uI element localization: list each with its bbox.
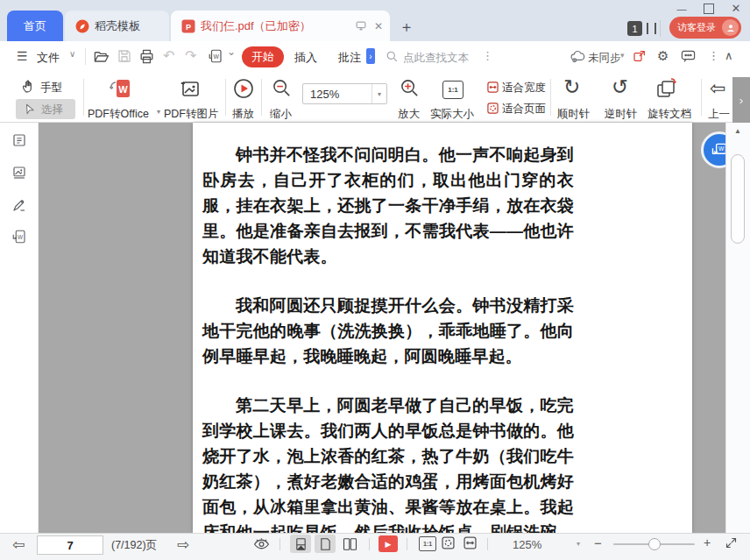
ribbon-overflow-strip[interactable]: ›	[732, 77, 750, 123]
send-to-device-icon[interactable]	[355, 20, 367, 32]
share-icon[interactable]	[633, 49, 647, 63]
zoom-combobox-caret[interactable]: ▾	[371, 84, 386, 103]
menu-comment[interactable]: 批注	[338, 50, 361, 66]
sign-panel-icon[interactable]	[11, 197, 27, 213]
actual-size-icon[interactable]: 1:1	[442, 81, 463, 99]
previous-view-icon[interactable]: ⇦	[710, 77, 725, 100]
zoom-plus-icon[interactable]: +	[704, 535, 711, 549]
close-icon: ✕	[732, 2, 741, 15]
more-tabs-indicator[interactable]: ›	[366, 48, 375, 64]
ribbon-separator	[225, 79, 226, 116]
zoom-out-icon[interactable]	[272, 78, 292, 98]
tab-splitter-icon[interactable]	[647, 23, 656, 34]
view-mode-single-page-button[interactable]	[315, 535, 336, 553]
fit-page-button[interactable]	[442, 536, 455, 549]
fit-width-icon[interactable]	[487, 82, 499, 93]
pdf-to-image-label[interactable]: PDF转图片	[164, 107, 219, 122]
cloud-sync-icon[interactable]	[570, 49, 585, 63]
save-icon[interactable]	[117, 48, 132, 64]
eye-protection-icon[interactable]	[253, 537, 270, 551]
new-tab-button[interactable]: ＋	[396, 16, 417, 37]
hand-tool-icon[interactable]	[21, 79, 36, 94]
pdf-to-office-caret-icon[interactable]: ▾	[157, 108, 160, 116]
docer-logo-icon	[75, 19, 89, 33]
view-mode-double-page-button[interactable]	[339, 535, 360, 553]
page-number-input[interactable]	[37, 535, 103, 555]
rotate-clockwise-label[interactable]: 顺时针	[557, 107, 591, 122]
zoom-out-label[interactable]: 缩小	[270, 107, 292, 122]
tab-home[interactable]: 首页	[7, 11, 63, 41]
print-icon[interactable]	[138, 48, 155, 65]
search-icon[interactable]	[386, 50, 399, 63]
rotate-document-label[interactable]: 旋转文档	[647, 107, 691, 122]
zoom-in-label[interactable]: 放大	[398, 107, 420, 122]
scrollbar-thumb[interactable]	[731, 154, 745, 244]
comment-bubble-icon[interactable]	[681, 49, 696, 63]
fit-page-label[interactable]: 适合页面	[502, 102, 546, 117]
sync-caret-icon[interactable]: ▾	[620, 51, 625, 60]
rotate-document-icon[interactable]	[655, 77, 678, 100]
chevron-right-icon: ›	[739, 94, 743, 107]
sync-status-label[interactable]: 未同步	[588, 51, 621, 66]
hamburger-icon[interactable]: ☰	[17, 49, 28, 63]
menubar-separator	[85, 48, 86, 65]
rotate-counterclockwise-icon[interactable]: ↺	[612, 75, 628, 99]
left-sidebar	[0, 123, 39, 533]
outline-panel-icon[interactable]	[11, 132, 27, 148]
search-more-icon[interactable]: ⋮	[482, 49, 493, 62]
more-options-icon[interactable]: ⋮	[708, 49, 719, 62]
play-button[interactable]: ▶	[379, 535, 398, 552]
gear-icon[interactable]: ⚙	[657, 48, 669, 64]
image-panel-icon[interactable]	[11, 165, 27, 181]
fullscreen-icon[interactable]	[725, 536, 738, 549]
fit-page-icon[interactable]	[487, 103, 499, 114]
zoom-slider-knob[interactable]	[648, 538, 661, 550]
play-label[interactable]: 播放	[232, 107, 254, 122]
visitor-login-button[interactable]: 访客登录	[669, 17, 741, 39]
search-input[interactable]: 点此查找文本	[403, 51, 469, 66]
actual-size-label[interactable]: 实际大小	[430, 107, 474, 122]
close-tab-icon[interactable]: ✕	[374, 20, 383, 32]
view-mode-scroll-button[interactable]	[290, 535, 311, 553]
pdf-to-office-icon: W	[109, 77, 131, 101]
zoom-minus-icon[interactable]: −	[594, 535, 602, 550]
minimize-button[interactable]: —	[673, 2, 690, 15]
zoom-level-combobox[interactable]: 125% ▾	[302, 83, 387, 104]
scroll-up-icon[interactable]: ▲	[734, 127, 741, 135]
rotate-counterclockwise-label[interactable]: 逆时针	[605, 107, 638, 122]
hand-tool-label[interactable]: 手型	[40, 81, 62, 96]
pdf-page[interactable]: 钟书并不怪我不问问明白。他一声不响起身到卧房去，自己开了衣柜的们，取出他出门穿的…	[193, 123, 692, 533]
zoom-in-icon[interactable]	[400, 78, 420, 98]
previous-view-label[interactable]: 上一	[708, 107, 730, 122]
close-window-button[interactable]: ✕	[728, 1, 744, 15]
actual-size-button[interactable]: 1:1	[419, 536, 436, 551]
prev-page-icon[interactable]: ⇦	[12, 535, 25, 554]
export-word-panel-icon[interactable]: W	[11, 229, 27, 245]
tab-count-value: 1	[632, 24, 637, 34]
export-caret-icon[interactable]: ⌄	[227, 46, 236, 58]
titlebar-separator	[660, 20, 661, 37]
pdf-to-office-label[interactable]: PDF转Office	[88, 107, 149, 122]
tab-templates[interactable]: 稻壳模板	[65, 11, 169, 41]
export-to-word-icon[interactable]: W	[208, 48, 223, 64]
statusbar-separator	[407, 538, 407, 550]
open-file-icon[interactable]	[93, 48, 110, 65]
ratio-text: 1:1	[423, 541, 432, 547]
rotate-clockwise-icon[interactable]: ↻	[563, 75, 580, 99]
statusbar-zoom-caret-icon[interactable]: ▾	[577, 540, 580, 548]
menu-file[interactable]: 文件	[37, 50, 60, 66]
plus-icon: ＋	[400, 17, 414, 37]
statusbar-zoom-value[interactable]: 125%	[513, 538, 541, 551]
menu-insert[interactable]: 插入	[294, 50, 317, 66]
tab-document[interactable]: P 我们仨.pdf（已加密） ✕	[171, 11, 390, 41]
tab-count-badge[interactable]: 1	[627, 21, 642, 36]
fit-width-label[interactable]: 适合宽度	[502, 81, 546, 96]
file-caret-icon[interactable]: ∨	[69, 49, 75, 59]
maximize-button[interactable]	[704, 4, 714, 14]
fit-width-button[interactable]	[463, 536, 477, 549]
next-page-icon[interactable]: ⇨	[177, 535, 189, 554]
collapse-ribbon-icon[interactable]: ∧	[725, 49, 733, 62]
undo-icon[interactable]: ↶	[163, 47, 174, 64]
menu-start[interactable]: 开始	[242, 46, 284, 67]
redo-icon[interactable]: ↷	[185, 47, 196, 64]
